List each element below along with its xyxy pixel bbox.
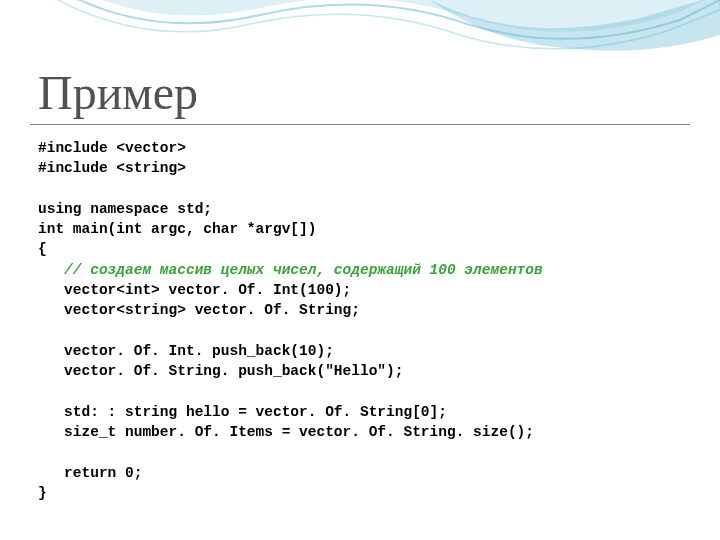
code-line: vector. Of. String. push_back("Hello"); <box>38 363 403 379</box>
slide-title: Пример <box>38 65 198 120</box>
code-line: #include <vector> <box>38 140 186 156</box>
code-comment: // создаем массив целых чисел, содержащи… <box>64 262 543 278</box>
code-line: { <box>38 241 47 257</box>
code-line: vector. Of. Int. push_back(10); <box>38 343 334 359</box>
title-underline <box>30 124 690 125</box>
code-line: } <box>38 485 47 501</box>
code-line: int main(int argc, char *argv[]) <box>38 221 316 237</box>
code-line: #include <string> <box>38 160 186 176</box>
code-line-indent <box>38 262 64 278</box>
code-line: return 0; <box>38 465 142 481</box>
slide: Пример #include <vector> #include <strin… <box>0 0 720 540</box>
code-line: size_t number. Of. Items = vector. Of. S… <box>38 424 534 440</box>
code-line: vector<string> vector. Of. String; <box>38 302 360 318</box>
code-block: #include <vector> #include <string> usin… <box>38 138 543 503</box>
code-line: std: : string hello = vector. Of. String… <box>38 404 447 420</box>
code-line: using namespace std; <box>38 201 212 217</box>
code-line: vector<int> vector. Of. Int(100); <box>38 282 351 298</box>
